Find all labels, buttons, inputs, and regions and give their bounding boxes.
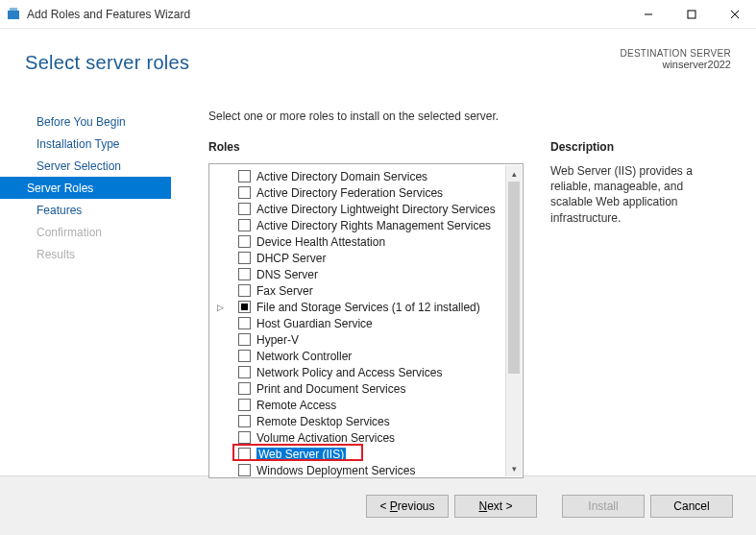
role-label: DHCP Server: [256, 252, 326, 265]
header-band: Select server roles DESTINATION SERVER w…: [0, 29, 756, 96]
description-text: Web Server (IIS) provides a reliable, ma…: [550, 163, 727, 226]
wizard-sidebar: Before You Begin Installation Type Serve…: [0, 96, 187, 475]
step-before-you-begin[interactable]: Before You Begin: [10, 110, 187, 133]
app-icon: [6, 7, 21, 22]
role-label: Active Directory Federation Services: [256, 186, 443, 200]
svg-rect-0: [8, 11, 19, 19]
role-label: Remote Desktop Services: [256, 415, 390, 428]
role-row[interactable]: Network Policy and Access Services: [209, 364, 523, 380]
role-row[interactable]: Network Controller: [209, 348, 523, 364]
role-row[interactable]: Hyper-V: [209, 331, 523, 348]
role-label: Active Directory Lightweight Directory S…: [256, 203, 496, 216]
role-label: Windows Deployment Services: [256, 464, 415, 477]
svg-rect-3: [688, 11, 695, 18]
step-installation-type[interactable]: Installation Type: [10, 133, 187, 155]
previous-button[interactable]: < Previous: [366, 495, 449, 518]
step-confirmation: Confirmation: [10, 221, 187, 243]
role-row[interactable]: DHCP Server: [209, 250, 523, 266]
role-checkbox[interactable]: [238, 350, 251, 362]
step-features[interactable]: Features: [10, 199, 187, 221]
minimize-button[interactable]: [626, 0, 670, 28]
roles-listbox[interactable]: Active Directory Domain ServicesActive D…: [208, 163, 524, 478]
role-checkbox[interactable]: [238, 415, 251, 427]
cancel-button[interactable]: Cancel: [650, 495, 733, 518]
role-label: DNS Server: [256, 268, 318, 281]
role-checkbox[interactable]: [238, 203, 251, 215]
role-row[interactable]: Remote Desktop Services: [209, 413, 523, 429]
instruction-text: Select one or more roles to install on t…: [208, 109, 735, 123]
role-checkbox[interactable]: [238, 301, 251, 313]
title-bar: Add Roles and Features Wizard: [0, 0, 756, 29]
role-row[interactable]: Fax Server: [209, 282, 523, 299]
role-label: Network Controller: [256, 350, 352, 363]
role-label: Active Directory Domain Services: [256, 170, 427, 183]
roles-title: Roles: [208, 140, 524, 154]
role-checkbox[interactable]: [238, 252, 251, 264]
description-title: Description: [550, 140, 727, 154]
role-label: Remote Access: [256, 399, 336, 412]
role-checkbox[interactable]: [238, 284, 251, 297]
content-panel: Select one or more roles to install on t…: [187, 96, 756, 475]
role-label: Fax Server: [256, 284, 313, 298]
role-checkbox[interactable]: [238, 268, 251, 280]
destination-label: DESTINATION SERVER: [620, 48, 731, 59]
role-row[interactable]: Active Directory Lightweight Directory S…: [209, 201, 523, 217]
close-button[interactable]: [713, 0, 756, 28]
role-checkbox[interactable]: [238, 366, 251, 378]
maximize-button[interactable]: [670, 0, 713, 28]
role-checkbox[interactable]: [238, 235, 251, 248]
scroll-down-icon[interactable]: ▾: [506, 460, 522, 476]
page-title: Select server roles: [25, 52, 189, 74]
role-checkbox[interactable]: [238, 317, 251, 329]
role-checkbox[interactable]: [238, 219, 251, 231]
role-row[interactable]: Print and Document Services: [209, 380, 523, 397]
role-label: Active Directory Rights Management Servi…: [256, 219, 491, 232]
role-checkbox[interactable]: [238, 333, 251, 346]
role-row[interactable]: DNS Server: [209, 266, 523, 282]
role-row[interactable]: Active Directory Domain Services: [209, 168, 523, 184]
window-controls: [626, 0, 756, 28]
svg-rect-1: [10, 8, 17, 11]
footer-bar: < Previous Next > Install Cancel: [0, 475, 756, 535]
role-row[interactable]: Host Guardian Service: [209, 315, 523, 331]
role-row[interactable]: ▷File and Storage Services (1 of 12 inst…: [209, 299, 523, 315]
role-label: Host Guardian Service: [256, 317, 373, 330]
role-label: Print and Document Services: [256, 382, 405, 396]
step-server-roles[interactable]: Server Roles: [0, 177, 171, 199]
role-label: Volume Activation Services: [256, 431, 395, 445]
role-label: Network Policy and Access Services: [256, 366, 442, 379]
next-button[interactable]: Next >: [454, 495, 537, 518]
destination-block: DESTINATION SERVER winserver2022: [620, 48, 731, 70]
role-checkbox[interactable]: [238, 186, 251, 199]
install-button: Install: [562, 495, 645, 518]
step-results: Results: [10, 243, 187, 265]
role-checkbox[interactable]: [238, 170, 251, 182]
role-checkbox[interactable]: [238, 464, 251, 476]
body-area: Before You Begin Installation Type Serve…: [0, 96, 756, 475]
role-label: Hyper-V: [256, 333, 299, 347]
role-row[interactable]: Active Directory Federation Services: [209, 184, 523, 201]
window-title: Add Roles and Features Wizard: [27, 8, 626, 21]
expander-icon[interactable]: ▷: [217, 303, 224, 312]
roles-scrollbar[interactable]: ▴ ▾: [505, 165, 522, 476]
role-row[interactable]: Active Directory Rights Management Servi…: [209, 217, 523, 233]
step-server-selection[interactable]: Server Selection: [10, 155, 187, 177]
role-row[interactable]: Device Health Attestation: [209, 233, 523, 250]
highlight-annotation: [232, 444, 363, 461]
role-label: File and Storage Services (1 of 12 insta…: [256, 301, 480, 314]
role-checkbox[interactable]: [238, 399, 251, 411]
role-checkbox[interactable]: [238, 431, 251, 444]
role-row[interactable]: Windows Deployment Services: [209, 462, 523, 478]
scroll-up-icon[interactable]: ▴: [506, 165, 522, 182]
destination-value: winserver2022: [620, 59, 731, 70]
role-checkbox[interactable]: [238, 382, 251, 395]
role-label: Device Health Attestation: [256, 235, 385, 249]
role-row[interactable]: Remote Access: [209, 397, 523, 413]
scroll-thumb[interactable]: [508, 182, 520, 374]
